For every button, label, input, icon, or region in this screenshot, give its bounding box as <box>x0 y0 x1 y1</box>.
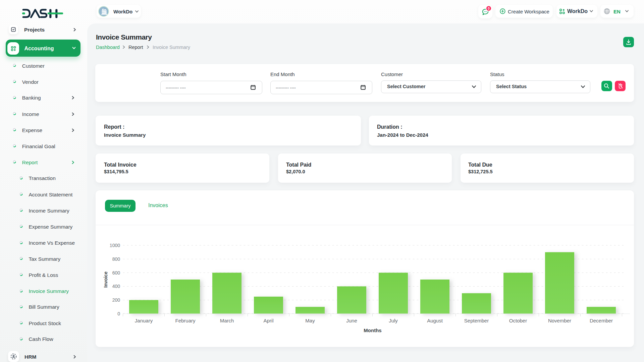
svg-text:0: 0 <box>117 311 120 316</box>
svg-text:Invoice: Invoice <box>103 272 108 288</box>
svg-text:200: 200 <box>112 297 120 303</box>
svg-text:600: 600 <box>112 270 120 276</box>
svg-text:May: May <box>305 318 315 323</box>
svg-text:August: August <box>427 318 443 323</box>
svg-text:November: November <box>548 318 571 323</box>
svg-text:December: December <box>590 318 613 323</box>
svg-text:1000: 1000 <box>110 243 120 248</box>
svg-text:October: October <box>509 318 527 323</box>
svg-text:September: September <box>464 318 489 323</box>
svg-text:800: 800 <box>112 256 120 262</box>
svg-text:400: 400 <box>112 284 120 289</box>
svg-text:January: January <box>135 318 153 323</box>
svg-text:February: February <box>175 318 196 323</box>
svg-text:April: April <box>263 318 273 323</box>
svg-text:Months: Months <box>364 327 381 333</box>
svg-text:June: June <box>346 318 357 323</box>
svg-text:July: July <box>389 318 398 323</box>
svg-text:March: March <box>220 318 234 323</box>
